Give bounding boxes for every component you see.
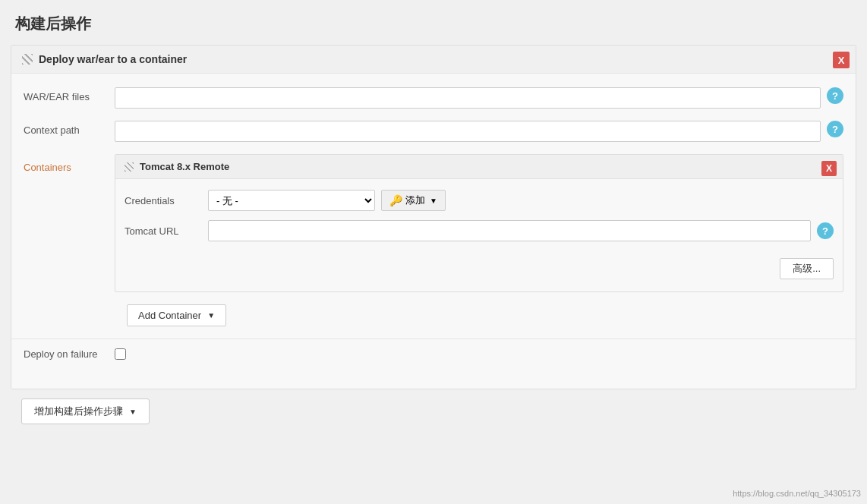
- panel-close-button[interactable]: X: [833, 52, 850, 68]
- containers-content: X Tomcat 8.x Remote Credentials: [115, 154, 843, 329]
- credentials-label: Credentials: [125, 195, 208, 206]
- post-build-panel: X Deploy war/ear to a container WAR/EAR …: [11, 45, 856, 389]
- panel-title-icon: [22, 54, 33, 65]
- add-credentials-button[interactable]: 🔑 添加 ▼: [381, 190, 446, 211]
- tomcat-url-help-button[interactable]: ?: [817, 222, 834, 239]
- tomcat-url-input[interactable]: [208, 220, 811, 241]
- add-container-arrow-icon: ▼: [207, 311, 215, 320]
- context-path-control: [115, 121, 821, 142]
- key-icon: 🔑: [389, 194, 402, 206]
- deploy-on-failure-label: Deploy on failure: [24, 348, 115, 360]
- watermark: https://blog.csdn.net/qq_34305173: [733, 489, 861, 498]
- advanced-btn-row: 高级...: [115, 252, 843, 282]
- add-container-row: Add Container ▼: [115, 301, 843, 329]
- container-title-row: Tomcat 8.x Remote: [115, 155, 843, 179]
- deploy-on-failure-row: Deploy on failure: [11, 339, 856, 369]
- credentials-select[interactable]: - 无 -: [208, 190, 375, 211]
- add-step-label: 增加构建后操作步骤: [34, 405, 123, 418]
- add-container-label: Add Container: [138, 310, 201, 321]
- context-path-help-button[interactable]: ?: [827, 121, 843, 137]
- credentials-row: Credentials - 无 - 🔑 添加 ▼: [115, 185, 843, 216]
- context-path-label: Context path: [24, 121, 115, 136]
- container-close-button[interactable]: X: [821, 161, 837, 176]
- add-step-dropdown-icon: ▼: [129, 408, 137, 416]
- page-header: 构建后操作: [0, 0, 867, 45]
- main-content: X Deploy war/ear to a container WAR/EAR …: [0, 45, 867, 444]
- add-step-button[interactable]: 增加构建后操作步骤 ▼: [21, 398, 150, 424]
- panel-title-text: Deploy war/ear to a container: [39, 53, 187, 65]
- container-form: Credentials - 无 - 🔑 添加 ▼: [115, 179, 843, 252]
- add-container-button[interactable]: Add Container ▼: [127, 304, 226, 326]
- container-box: X Tomcat 8.x Remote Credentials: [115, 154, 843, 292]
- panel-title-row: Deploy war/ear to a container: [11, 46, 856, 74]
- war-ear-input[interactable]: [115, 87, 821, 109]
- context-path-row: Context path ?: [11, 115, 856, 148]
- tomcat-url-control: [208, 220, 811, 241]
- credentials-control: - 无 - 🔑 添加 ▼: [208, 190, 834, 211]
- form-section: WAR/EAR files ? Context path ? Container…: [11, 74, 856, 376]
- container-title-icon: [125, 162, 134, 172]
- page-title: 构建后操作: [15, 15, 91, 32]
- war-ear-label: WAR/EAR files: [24, 87, 115, 102]
- tomcat-url-row: Tomcat URL ?: [115, 216, 843, 246]
- bottom-bar: 增加构建后操作步骤 ▼: [11, 389, 856, 433]
- war-ear-control: [115, 87, 821, 109]
- dropdown-arrow-icon: ▼: [430, 197, 437, 205]
- context-path-input[interactable]: [115, 121, 821, 142]
- war-ear-row: WAR/EAR files ?: [11, 81, 856, 115]
- advanced-button[interactable]: 高级...: [780, 258, 834, 279]
- tomcat-url-label: Tomcat URL: [125, 225, 208, 237]
- add-credentials-label: 添加: [405, 194, 425, 207]
- containers-row: Containers X Tomcat 8.x Remote: [11, 148, 856, 335]
- war-ear-help-button[interactable]: ?: [827, 87, 843, 104]
- containers-label: Containers: [24, 154, 115, 173]
- deploy-on-failure-checkbox[interactable]: [115, 348, 126, 360]
- container-title-text: Tomcat 8.x Remote: [140, 161, 229, 172]
